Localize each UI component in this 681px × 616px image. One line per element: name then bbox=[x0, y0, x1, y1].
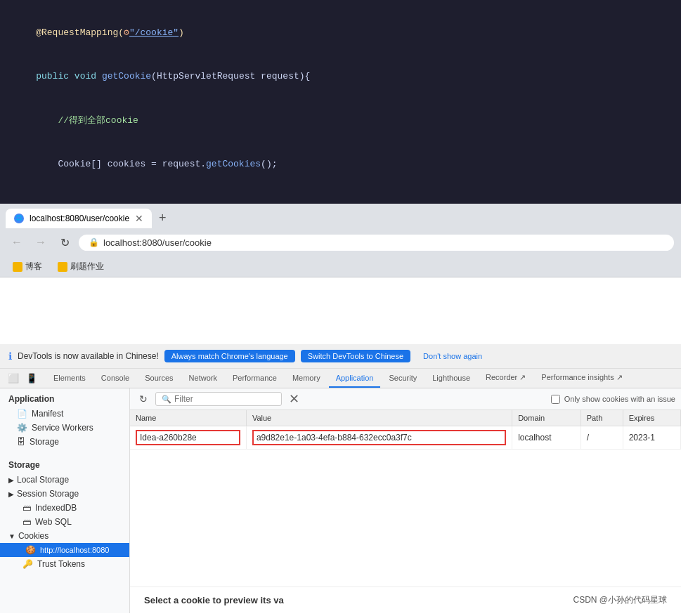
cookie-preview-text: Select a cookie to preview its va bbox=[144, 595, 284, 605]
devtools-sidebar: Application 📄 Manifest ⚙️ Service Worker… bbox=[0, 388, 130, 613]
sidebar-cookie-localhost-label: http://localhost:8080 bbox=[40, 546, 109, 554]
tab-close-button[interactable]: ✕ bbox=[135, 213, 143, 224]
url-display: localhost:8080/user/cookie bbox=[103, 237, 212, 248]
tab-security[interactable]: Security bbox=[382, 369, 424, 388]
col-value: Value bbox=[246, 410, 512, 426]
sidebar-manifest[interactable]: 📄 Manifest bbox=[0, 407, 129, 421]
filter-input[interactable] bbox=[174, 394, 280, 404]
only-cookies-checkbox[interactable] bbox=[551, 395, 560, 404]
sidebar-cookies-label: Cookies bbox=[18, 531, 48, 541]
col-path: Path bbox=[581, 410, 623, 426]
tab-elements[interactable]: Elements bbox=[46, 369, 93, 388]
dont-show-again-button[interactable]: Don't show again bbox=[416, 350, 489, 362]
sidebar-storage-title: Storage bbox=[0, 454, 129, 473]
tab-bar: 🌐 localhost:8080/user/cookie ✕ + bbox=[0, 204, 681, 228]
expand-arrow-session: ▶ bbox=[8, 490, 14, 498]
bookmarks-bar: 博客 刷题作业 bbox=[0, 256, 681, 277]
sidebar-indexeddb[interactable]: 🗃 IndexedDB bbox=[0, 501, 129, 515]
cookie-path-cell: / bbox=[581, 426, 623, 450]
cookie-name-value: Idea-a260b28e bbox=[136, 430, 240, 445]
browser-chrome: 🌐 localhost:8080/user/cookie ✕ + ← → ↻ 🔒… bbox=[0, 204, 681, 277]
code-line-3: //得到全部cookie bbox=[14, 99, 667, 143]
web-sql-icon: 🗃 bbox=[22, 517, 31, 527]
bookmark-label-2: 刷题作业 bbox=[70, 261, 104, 273]
service-workers-icon: ⚙️ bbox=[17, 423, 27, 433]
tab-console[interactable]: Console bbox=[94, 369, 136, 388]
code-line-1: @RequestMapping(⚙️"/cookie") bbox=[14, 11, 667, 55]
cursor-icon[interactable]: ⬜ bbox=[6, 371, 21, 386]
code-line-4: Cookie[] cookies = request.getCookies(); bbox=[14, 143, 667, 186]
bookmark-item-homework[interactable]: 刷题作业 bbox=[53, 259, 108, 274]
cookie-table: Name Value Domain Path Expires Idea-a260… bbox=[130, 410, 681, 450]
sidebar-web-sql[interactable]: 🗃 Web SQL bbox=[0, 515, 129, 529]
tab-label: localhost:8080/user/cookie bbox=[30, 214, 129, 223]
tab-sources[interactable]: Sources bbox=[138, 369, 180, 388]
cookie-site-icon: 🍪 bbox=[25, 545, 36, 555]
address-bar[interactable]: 🔒 localhost:8080/user/cookie bbox=[79, 235, 674, 251]
tab-favicon: 🌐 bbox=[14, 214, 24, 223]
tab-network[interactable]: Network bbox=[182, 369, 224, 388]
code-editor: @RequestMapping(⚙️"/cookie") public void… bbox=[0, 0, 681, 204]
sidebar-cookies[interactable]: ▼ Cookies bbox=[0, 529, 129, 543]
switch-to-chinese-button[interactable]: Switch DevTools to Chinese bbox=[301, 350, 410, 362]
sidebar-manifest-label: Manifest bbox=[32, 409, 63, 419]
refresh-cookies-button[interactable]: ↻ bbox=[136, 391, 151, 407]
sidebar-session-storage[interactable]: ▶ Session Storage bbox=[0, 487, 129, 501]
filter-bar: ↻ 🔍 ✕ Only show cookies with an issue bbox=[130, 388, 681, 410]
devtools-icon-bar: ⬜ 📱 bbox=[6, 371, 39, 386]
bookmark-label-1: 博客 bbox=[25, 261, 42, 273]
cookie-expires-cell: 2023-1 bbox=[623, 426, 680, 450]
sidebar-indexeddb-label: IndexedDB bbox=[35, 503, 77, 513]
security-lock-icon: 🔒 bbox=[89, 237, 99, 247]
back-button[interactable]: ← bbox=[7, 232, 27, 252]
nav-bar: ← → ↻ 🔒 localhost:8080/user/cookie bbox=[0, 228, 681, 256]
always-match-language-button[interactable]: Always match Chrome's language bbox=[164, 350, 295, 362]
storage-icon: 🗄 bbox=[17, 437, 25, 447]
bookmark-icon-2 bbox=[58, 262, 67, 272]
cookie-value-cell: a9d82e1e-1a03-4efa-b884-632ecc0a3f7c bbox=[246, 426, 512, 450]
clear-all-button[interactable]: ✕ bbox=[289, 391, 299, 407]
sidebar-app-title: Application bbox=[0, 388, 129, 407]
code-line-5 bbox=[14, 187, 667, 202]
device-icon[interactable]: 📱 bbox=[24, 371, 39, 386]
sidebar-trust-tokens[interactable]: 🔑 Trust Tokens bbox=[0, 557, 129, 571]
devtools-main: Application 📄 Manifest ⚙️ Service Worker… bbox=[0, 388, 681, 613]
col-domain: Domain bbox=[512, 410, 581, 426]
filter-search-icon: 🔍 bbox=[162, 395, 171, 404]
sidebar-storage-label: Storage bbox=[30, 437, 59, 447]
bookmark-item-blog[interactable]: 博客 bbox=[8, 259, 46, 274]
forward-button[interactable]: → bbox=[31, 232, 51, 252]
cookie-name-cell: Idea-a260b28e bbox=[130, 426, 246, 450]
only-cookies-label: Only show cookies with an issue bbox=[564, 395, 675, 403]
empty-page-area bbox=[0, 277, 681, 344]
info-icon: ℹ bbox=[8, 350, 12, 362]
cookie-table-container[interactable]: Name Value Domain Path Expires Idea-a260… bbox=[130, 410, 681, 613]
filter-input-wrapper[interactable]: 🔍 bbox=[155, 392, 282, 406]
sidebar-service-workers[interactable]: ⚙️ Service Workers bbox=[0, 421, 129, 435]
sidebar-storage-item[interactable]: 🗄 Storage bbox=[0, 435, 129, 449]
cookie-domain-cell: localhost bbox=[512, 426, 581, 450]
bookmark-icon-1 bbox=[13, 262, 22, 272]
tab-memory[interactable]: Memory bbox=[285, 369, 327, 388]
tab-application[interactable]: Application bbox=[329, 369, 381, 388]
table-header-row: Name Value Domain Path Expires bbox=[130, 410, 681, 426]
code-line-2: public void getCookie(HttpServletRequest… bbox=[14, 55, 667, 98]
indexeddb-icon: 🗃 bbox=[22, 503, 31, 513]
reload-button[interactable]: ↻ bbox=[55, 232, 74, 252]
tab-performance[interactable]: Performance bbox=[226, 369, 284, 388]
tab-recorder[interactable]: Recorder ↗ bbox=[479, 369, 533, 388]
new-tab-button[interactable]: + bbox=[152, 208, 174, 228]
tab-lighthouse[interactable]: Lighthouse bbox=[425, 369, 477, 388]
sidebar-cookie-localhost[interactable]: 🍪 http://localhost:8080 bbox=[0, 543, 129, 557]
devtools-notification: ℹ DevTools is now available in Chinese! … bbox=[0, 344, 681, 369]
csdn-credit: CSDN @小孙的代码星球 bbox=[573, 594, 667, 606]
col-name: Name bbox=[130, 410, 246, 426]
sidebar-local-storage-label: Local Storage bbox=[17, 475, 69, 485]
trust-tokens-icon: 🔑 bbox=[22, 559, 33, 569]
tab-performance-insights[interactable]: Performance insights ↗ bbox=[534, 369, 629, 388]
manifest-icon: 📄 bbox=[17, 409, 27, 419]
sidebar-trust-tokens-label: Trust Tokens bbox=[37, 559, 85, 569]
sidebar-local-storage[interactable]: ▶ Local Storage bbox=[0, 473, 129, 487]
browser-tab[interactable]: 🌐 localhost:8080/user/cookie ✕ bbox=[6, 209, 152, 228]
table-row[interactable]: Idea-a260b28e a9d82e1e-1a03-4efa-b884-63… bbox=[130, 426, 681, 450]
